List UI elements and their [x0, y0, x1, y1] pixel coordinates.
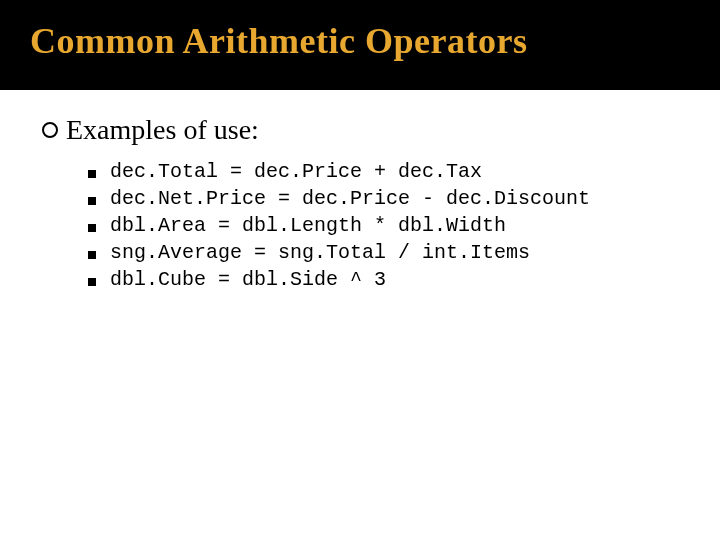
code-line: dbl.Cube = dbl.Side ^ 3 — [110, 268, 386, 291]
slide-content: Examples of use: dec.Total = dec.Price +… — [0, 90, 720, 319]
svg-rect-1 — [88, 170, 96, 178]
list-item: dbl.Area = dbl.Length * dbl.Width — [88, 214, 680, 237]
code-line: dec.Total = dec.Price + dec.Tax — [110, 160, 482, 183]
list-item: dbl.Cube = dbl.Side ^ 3 — [88, 268, 680, 291]
square-bullet-icon — [88, 247, 98, 263]
square-bullet-icon — [88, 166, 98, 182]
svg-rect-5 — [88, 278, 96, 286]
code-line: dbl.Area = dbl.Length * dbl.Width — [110, 214, 506, 237]
svg-rect-4 — [88, 251, 96, 259]
square-bullet-icon — [88, 193, 98, 209]
section-label: Examples of use: — [66, 114, 259, 146]
square-bullet-icon — [88, 220, 98, 236]
code-line: sng.Average = sng.Total / int.Items — [110, 241, 530, 264]
list-item: dec.Total = dec.Price + dec.Tax — [88, 160, 680, 183]
list-item: dec.Net.Price = dec.Price - dec.Discount — [88, 187, 680, 210]
section-heading: Examples of use: — [40, 114, 680, 146]
slide-title: Common Arithmetic Operators — [30, 20, 690, 62]
list-item: sng.Average = sng.Total / int.Items — [88, 241, 680, 264]
hollow-circle-bullet-icon — [40, 116, 60, 144]
examples-list: dec.Total = dec.Price + dec.Tax dec.Net.… — [88, 160, 680, 291]
svg-rect-2 — [88, 197, 96, 205]
title-bar: Common Arithmetic Operators — [0, 0, 720, 90]
svg-rect-3 — [88, 224, 96, 232]
code-line: dec.Net.Price = dec.Price - dec.Discount — [110, 187, 590, 210]
svg-point-0 — [43, 123, 57, 137]
square-bullet-icon — [88, 274, 98, 290]
